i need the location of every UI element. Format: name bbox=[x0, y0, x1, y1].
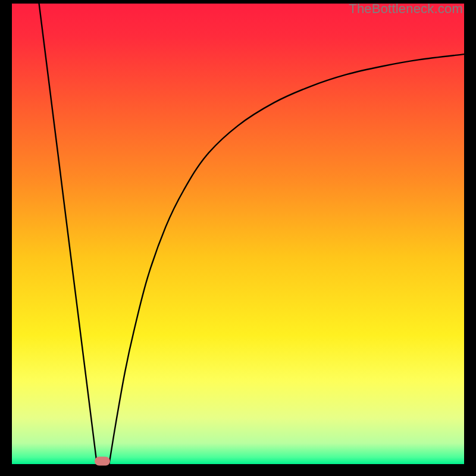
curve-right-branch bbox=[109, 54, 464, 464]
minimum-marker bbox=[95, 457, 110, 466]
watermark-text: TheBottleneck.com bbox=[349, 1, 463, 17]
chart-stage: TheBottleneck.com bbox=[0, 0, 476, 476]
curve-left-branch bbox=[39, 4, 97, 464]
curve-layer bbox=[12, 4, 464, 464]
plot-frame bbox=[12, 4, 464, 464]
